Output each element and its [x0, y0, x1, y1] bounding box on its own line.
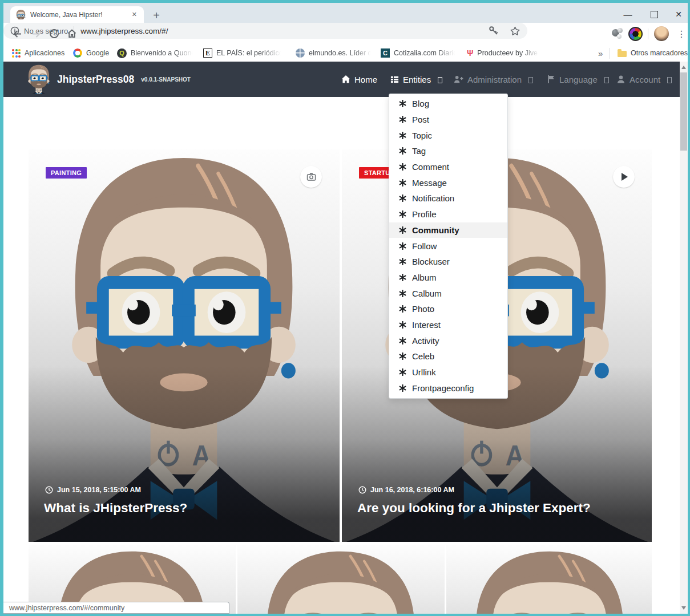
menu-item-community[interactable]: Community — [389, 222, 507, 238]
vertical-scrollbar[interactable] — [680, 62, 688, 614]
asterisk-icon — [399, 194, 406, 202]
menu-item-blog[interactable]: Blog — [389, 96, 507, 112]
menu-item-post[interactable]: Post — [389, 112, 507, 128]
forward-button[interactable] — [29, 27, 43, 40]
bookmark-cotizalia[interactable]: C Cotizalia.com Diario — [381, 47, 457, 59]
url-text[interactable]: www.jhipsterpress.com/#/ — [80, 27, 488, 35]
status-url-tooltip: www.jhipsterpress.com/#/community — [3, 602, 229, 614]
new-tab-button[interactable]: + — [150, 9, 163, 22]
brand[interactable]: JhipsterPress08 v0.0.1-SNAPSHOT — [26, 64, 191, 94]
bookmark-quoner[interactable]: Q Bienvenido a Quoner — [117, 47, 195, 59]
window-minimize-button[interactable]: — — [618, 6, 637, 23]
nav-item-label: Home — [354, 75, 377, 84]
nav-item-label: Account — [630, 75, 660, 84]
toolbar-separator — [648, 29, 648, 39]
bookmark-apps[interactable]: Aplicaciones — [12, 47, 64, 59]
profile-avatar[interactable] — [654, 26, 669, 41]
hipster-avatar-illustration — [41, 153, 326, 542]
nav-item-administration[interactable]: Administration — [454, 62, 533, 97]
asterisk-icon — [399, 258, 406, 265]
media-type-photo-button[interactable] — [300, 166, 322, 188]
back-button[interactable] — [10, 27, 24, 40]
menu-item-tag[interactable]: Tag — [389, 143, 507, 159]
window-border-left — [0, 0, 3, 616]
menu-item-activity[interactable]: Activity — [389, 333, 507, 348]
home-button[interactable] — [65, 27, 79, 40]
post-card[interactable] — [237, 545, 445, 614]
extension-camera-lens-icon[interactable] — [628, 26, 643, 41]
asterisk-icon — [399, 179, 406, 187]
window-border-top — [0, 0, 690, 3]
menu-item-celeb[interactable]: Celeb — [389, 348, 507, 364]
menu-item-photo[interactable]: Photo — [389, 301, 507, 317]
bookmark-label: Aplicaciones — [25, 49, 64, 57]
bookmark-producteev[interactable]: Ψ Producteev by Jive - — [467, 47, 541, 59]
menu-item-message[interactable]: Message — [389, 175, 507, 191]
browser-tab[interactable]: Welcome, Java Hipster! ✕ — [10, 6, 144, 23]
window-close-button[interactable]: ✕ — [669, 6, 688, 23]
post-card[interactable] — [446, 545, 652, 614]
asterisk-icon — [399, 116, 406, 123]
category-badge[interactable]: PAINTING — [46, 167, 87, 179]
other-bookmarks[interactable]: Otros marcadores — [618, 47, 688, 59]
nav-item-home[interactable]: Home — [341, 62, 377, 97]
asterisk-icon — [399, 368, 406, 376]
menu-item-notification[interactable]: Notification — [389, 191, 507, 206]
media-type-video-button[interactable] — [613, 166, 635, 188]
menu-item-frontpageconfig[interactable]: Frontpageconfig — [389, 380, 507, 396]
menu-item-blockuser[interactable]: Blockuser — [389, 254, 507, 270]
extension-molecule-icon[interactable] — [610, 26, 625, 41]
card-title[interactable]: Are you looking for a Jhipster Expert? — [357, 501, 591, 516]
bookmarks-separator — [610, 48, 610, 59]
caret-icon — [667, 77, 672, 83]
window-maximize-button[interactable] — [644, 6, 664, 23]
flag-icon — [547, 75, 555, 84]
tab-close-icon[interactable]: ✕ — [130, 10, 139, 19]
caret-icon — [528, 77, 533, 83]
bookmark-elpais[interactable]: E EL PAÍS: el periódico — [203, 47, 283, 59]
scrollbar-thumb[interactable] — [680, 72, 687, 151]
menu-item-follow[interactable]: Follow — [389, 238, 507, 254]
address-bar[interactable]: No es seguro www.jhipsterpress.com/#/ — [3, 23, 527, 39]
bookmark-label: Cotizalia.com Diario — [394, 49, 457, 57]
play-icon — [622, 173, 628, 181]
reload-button[interactable] — [47, 27, 61, 40]
bookmark-label: Google — [86, 49, 109, 57]
asterisk-icon — [399, 290, 406, 297]
bookmark-star-icon[interactable] — [510, 26, 520, 37]
browser-menu-button[interactable]: ⋮ — [675, 27, 688, 40]
asterisk-icon — [399, 321, 406, 329]
elpais-icon: E — [203, 48, 212, 58]
asterisk-icon — [399, 274, 406, 281]
menu-item-album[interactable]: Album — [389, 270, 507, 286]
menu-item-topic[interactable]: Topic — [389, 127, 507, 143]
card-title[interactable]: What is JHipsterPress? — [44, 501, 187, 516]
scroll-up-arrow-icon[interactable] — [681, 66, 686, 69]
menu-item-calbum[interactable]: Calbum — [389, 285, 507, 301]
nav-item-entities[interactable]: Entities — [390, 62, 442, 97]
camera-icon — [306, 172, 316, 181]
nav-item-label: Entities — [403, 75, 431, 84]
asterisk-icon — [399, 210, 406, 218]
tab-strip: Welcome, Java Hipster! ✕ + — ✕ — [3, 3, 688, 23]
asterisk-icon — [399, 132, 406, 139]
menu-item-comment[interactable]: Comment — [389, 159, 507, 175]
nav-item-account[interactable]: Account — [616, 62, 672, 97]
bookmarks-overflow-chevron[interactable]: » — [598, 47, 603, 59]
menu-item-urllink[interactable]: Urllink — [389, 364, 507, 380]
bookmark-elmundo[interactable]: elmundo.es. Líder de — [296, 47, 373, 59]
nav-item-language[interactable]: Language — [547, 62, 609, 97]
card-date: Jun 15, 2018, 5:15:00 AM — [45, 486, 141, 494]
asterisk-icon — [399, 100, 406, 107]
bookmark-google[interactable]: Google — [73, 47, 109, 59]
list-icon — [390, 75, 399, 84]
user-plus-icon — [454, 75, 463, 84]
menu-item-interest[interactable]: Interest — [389, 317, 507, 333]
bookmarks-bar: Aplicaciones Google Q Bienvenido a Quone… — [3, 44, 688, 62]
featured-card-painting[interactable]: PAINTING Jun 15, 2018, 5:15:00 AM What i… — [29, 149, 340, 542]
quoner-icon: Q — [117, 48, 127, 58]
password-key-icon[interactable] — [488, 25, 499, 37]
card-date: Jun 16, 2018, 6:16:00 AM — [358, 486, 454, 494]
menu-item-profile[interactable]: Profile — [389, 206, 507, 222]
scroll-down-arrow-icon[interactable] — [681, 606, 686, 610]
